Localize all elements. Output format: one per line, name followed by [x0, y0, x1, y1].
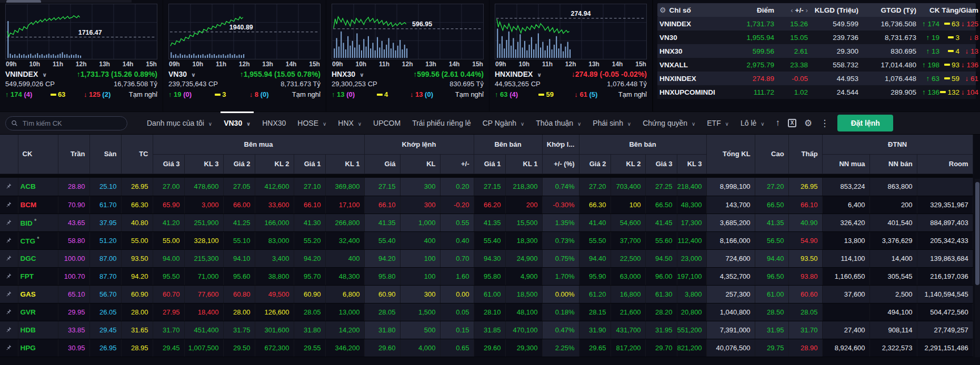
pin-cell[interactable] [0, 285, 18, 303]
ticker[interactable]: GAS [18, 285, 58, 303]
col-buy-price3[interactable]: Giá 3 [153, 154, 184, 174]
board-tab-trái-phiếu-riêng-lẻ[interactable]: Trái phiếu riêng lẻ [412, 119, 471, 127]
pin-cell[interactable] [0, 267, 18, 285]
pin-icon[interactable] [6, 255, 12, 261]
pin-cell[interactable] [0, 303, 18, 321]
ticker[interactable]: HDB [18, 321, 58, 339]
board-tab-cp-ngành[interactable]: CP Ngành ∨ [483, 119, 525, 127]
pin-cell[interactable] [0, 214, 18, 231]
board-row-HDB[interactable]: HDB33.8529.4531.6531.70451,40031.75301,6… [0, 321, 973, 339]
pin-icon[interactable] [6, 237, 12, 243]
place-order-button[interactable]: Đặt lệnh [837, 115, 893, 131]
ticker[interactable]: CTG º [18, 231, 58, 249]
col-change-pct[interactable]: +/- (%) [542, 154, 579, 174]
settings-icon[interactable]: ⚙ [659, 6, 666, 14]
col-room[interactable]: Room [917, 154, 973, 174]
board-tab-danh-mục-của-tôi[interactable]: Danh mục của tôi ∨ [147, 119, 212, 127]
col-sell-vol1[interactable]: KL 1 [505, 154, 542, 174]
board-row-BID[interactable]: BID º43.6537.9540.8041.20251,90041.25166… [0, 214, 973, 231]
index-row-HNX30[interactable]: HNX30599.562.6129.300830.695↑ 134↓ 13 [657, 44, 976, 58]
index-selector[interactable]: VN30 ∨ [168, 70, 196, 78]
pin-icon[interactable] [6, 327, 12, 332]
col-buy-vol2[interactable]: KL 2 [255, 154, 294, 174]
scrollbar-thumb[interactable] [975, 182, 979, 285]
board-row-HPG[interactable]: HPG30.9526.9528.9529.451,007,50029.50672… [0, 339, 973, 357]
col-sell-vol3[interactable]: KL 3 [677, 154, 706, 174]
board-row-DGC[interactable]: DGC100.0087.0093.5094.00215,30094.103,40… [0, 249, 973, 267]
pin-cell[interactable] [0, 321, 18, 339]
board-row-GVR[interactable]: GVR29.9526.0528.0027.9518,40028.00126,60… [0, 303, 973, 321]
board-row-BCM[interactable]: BCM70.9061.7066.3065.903,00066.0033,6006… [0, 196, 973, 214]
col-ck[interactable]: CK [18, 135, 58, 174]
ticker[interactable]: FPT [18, 267, 58, 285]
col-foreign-sell[interactable]: NN bán [869, 154, 917, 174]
index-row-HNXUPCOMINDI[interactable]: HNXUPCOMINDI111.721.0224.544289.905↑ 136… [657, 85, 976, 99]
col-san[interactable]: Sàn [89, 135, 121, 174]
col-buy-vol1[interactable]: KL 1 [325, 154, 364, 174]
pin-icon[interactable] [6, 273, 12, 279]
col-foreign-buy[interactable]: NN mua [822, 154, 869, 174]
pin-icon[interactable] [6, 309, 12, 315]
ticker[interactable]: BID º [18, 214, 58, 231]
board-tab-hnx30[interactable]: HNX30 [262, 119, 286, 127]
vertical-scrollbar[interactable] [975, 179, 980, 357]
pin-icon[interactable] [6, 344, 12, 350]
index-row-VN30[interactable]: VN301,955.9415.05239.7368,731.673↑ 193↓ … [657, 31, 976, 44]
pin-cell[interactable] [0, 249, 18, 267]
col-low[interactable]: Thấp [788, 135, 822, 174]
index-row-VNXALL[interactable]: VNXALL2,975.7923.38558.73217,014.480↑ 19… [657, 58, 976, 72]
pin-cell[interactable] [0, 196, 18, 214]
gear-icon[interactable]: ⚙ [804, 118, 812, 129]
ticker[interactable]: BCM [18, 196, 58, 214]
pin-icon[interactable] [6, 183, 12, 189]
board-row-CTG[interactable]: CTG º58.8051.2055.0055.00328,10055.1083,… [0, 231, 973, 249]
board-tab-lô-lẻ[interactable]: Lô lẻ ∨ [741, 119, 765, 127]
col-sell-price3[interactable]: Giá 3 [645, 154, 677, 174]
col-sell-price2[interactable]: Giá 2 [579, 154, 611, 174]
board-row-ACB[interactable]: ACB28.8025.1026.9527.00478,60027.05412,6… [0, 178, 973, 196]
pin-icon[interactable] [6, 219, 12, 225]
board-tab-vn30[interactable]: VN30 ∨ [224, 119, 251, 127]
board-tab-hose[interactable]: HOSE ∨ [297, 119, 326, 127]
pin-cell[interactable] [0, 339, 18, 357]
col-buy-vol3[interactable]: KL 3 [184, 154, 223, 174]
board-tab-phái-sinh[interactable]: Phái sinh ∨ [593, 119, 631, 127]
excel-export-icon[interactable]: X [788, 119, 796, 127]
board-row-FPT[interactable]: FPT100.7087.7094.2095.5071,00095.6038,80… [0, 267, 973, 285]
pin-icon[interactable] [6, 201, 12, 207]
index-row-HNXINDEX[interactable]: HNXINDEX274.89-0.0544.9531,076.448↑ 6359… [657, 72, 976, 85]
col-total-volume[interactable]: Tổng KL [706, 135, 755, 174]
board-row-GAS[interactable]: GAS65.1056.7060.9060.7077,60060.8049,500… [0, 285, 973, 303]
index-selector[interactable]: HNXINDEX ∨ [495, 70, 542, 78]
pin-icon[interactable] [6, 291, 12, 297]
search-input[interactable] [22, 119, 122, 128]
index-selector[interactable]: VNINDEX ∨ [5, 70, 47, 78]
board-tab-chứng-quyền[interactable]: Chứng quyền ∨ [643, 119, 695, 127]
ticker[interactable]: ACB [18, 178, 58, 196]
ticker[interactable]: GVR [18, 303, 58, 321]
col-sell-price1[interactable]: Giá 1 [474, 154, 505, 174]
col-match-price[interactable]: Giá [364, 154, 400, 174]
col-high[interactable]: Cao [755, 135, 788, 174]
ticker[interactable]: DGC [18, 249, 58, 267]
col-tc[interactable]: TC [121, 135, 153, 174]
pin-cell[interactable] [0, 231, 18, 249]
col-sell-vol2[interactable]: KL 2 [611, 154, 645, 174]
col-change[interactable]: +/- [440, 154, 474, 174]
col-tran[interactable]: Trần [58, 135, 89, 174]
more-options-icon[interactable]: ⋮ [820, 118, 829, 129]
pin-cell[interactable] [0, 178, 18, 196]
index-selector[interactable]: HNX30 ∨ [332, 70, 364, 78]
board-tab-hnx[interactable]: HNX ∨ [338, 119, 362, 127]
ticker[interactable]: HPG [18, 339, 58, 357]
arrow-up-icon[interactable]: ↑ [776, 118, 781, 128]
board-tab-upcom[interactable]: UPCOM [373, 119, 401, 127]
board-tab-etf[interactable]: ETF ∨ [707, 119, 729, 127]
chevron-left-icon[interactable]: ‹ [791, 6, 793, 14]
index-row-VNINDEX[interactable]: VNINDEX1,731.7315.26549.59916,736.508↑ 1… [657, 17, 976, 31]
col-match-vol[interactable]: KL [400, 154, 440, 174]
board-tab-thỏa-thuận[interactable]: Thỏa thuận ∨ [536, 119, 581, 127]
col-buy-price2[interactable]: Giá 2 [223, 154, 255, 174]
search-box[interactable] [5, 116, 127, 130]
col-buy-price1[interactable]: Giá 1 [294, 154, 325, 174]
